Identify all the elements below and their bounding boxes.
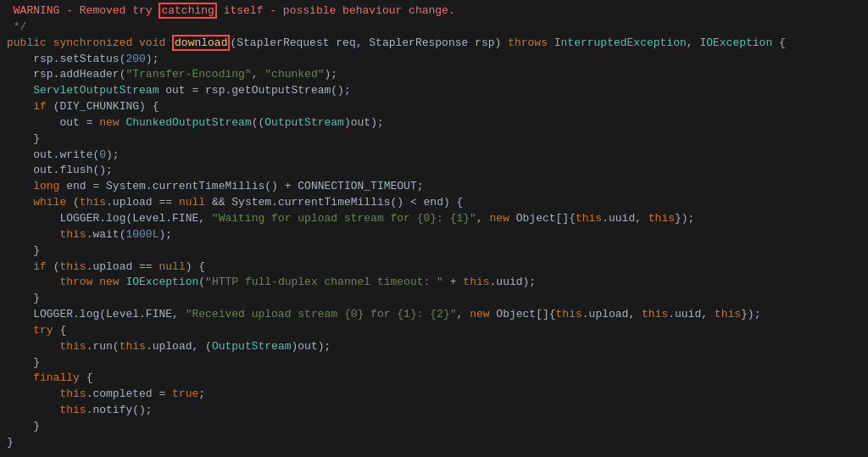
line-7: if (DIY_CHUNKING) { [7, 99, 861, 115]
line-28: } [7, 435, 861, 451]
line-19: } [7, 291, 861, 307]
line-21: try { [7, 323, 861, 339]
line-4: rsp.setStatus(200); [7, 52, 861, 68]
line-22: this.run(this.upload, (OutputStream)out)… [7, 339, 861, 355]
line-finally: finally { [7, 371, 861, 387]
line-25: this.completed = true; [7, 387, 861, 403]
line-23: } [7, 355, 861, 371]
line-27: } [7, 419, 861, 435]
line-8: out = new ChunkedOutputStream((OutputStr… [7, 115, 861, 131]
line-12: long end = System.currentTimeMillis() + … [7, 179, 861, 195]
line-download-sig: public synchronized void download(Staple… [7, 36, 861, 52]
line-6: ServletOutputStream out = rsp.getOutputS… [7, 83, 861, 99]
line-comment: */ [7, 20, 861, 36]
line-9: } [7, 131, 861, 148]
line-17: if (this.upload == null) { [7, 259, 861, 276]
line-warning: WARNING - Removed try catching itself - … [7, 3, 861, 20]
line-15: this.wait(1000L); [7, 227, 861, 243]
line-11: out.flush(); [7, 163, 861, 179]
line-16: } [7, 243, 861, 259]
line-18: throw new IOException("HTTP full-duplex … [7, 275, 861, 291]
line-10: out.write(0); [7, 148, 861, 164]
line-13: while (this.upload == null && System.cur… [7, 195, 861, 211]
line-5: rsp.addHeader("Transfer-Encoding", "chun… [7, 67, 861, 83]
code-viewer: WARNING - Removed try catching itself - … [0, 0, 868, 457]
line-14: LOGGER.log(Level.FINE, "Waiting for uplo… [7, 211, 861, 227]
line-26: this.notify(); [7, 403, 861, 419]
line-20: LOGGER.log(Level.FINE, "Received upload … [7, 307, 861, 323]
line-blank-1 [7, 451, 861, 457]
